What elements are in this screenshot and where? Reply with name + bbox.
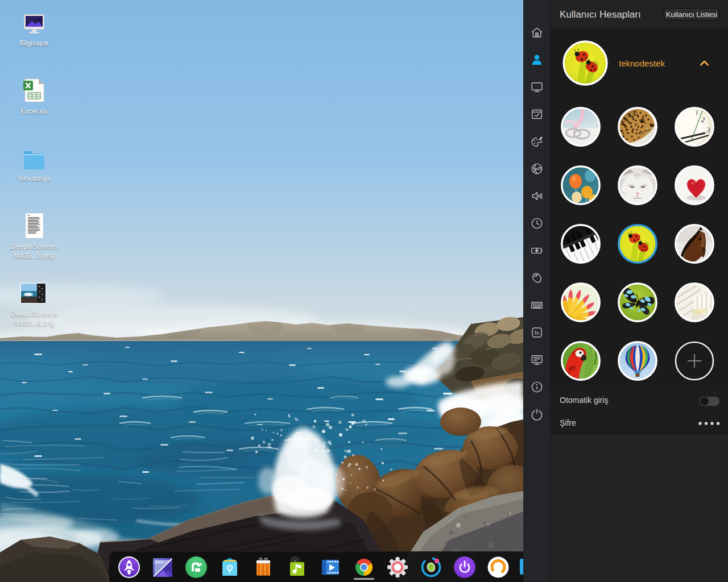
svg-text:fn: fn bbox=[535, 330, 539, 336]
